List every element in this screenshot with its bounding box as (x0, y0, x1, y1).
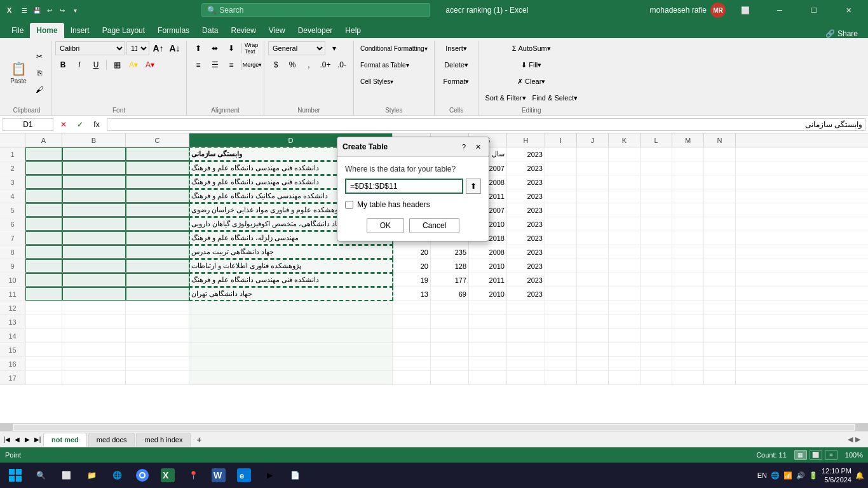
cell-N6[interactable] (704, 217, 736, 231)
insert-cells-button[interactable]: Insert▾ (440, 41, 472, 56)
row-number[interactable]: 9 (0, 259, 25, 273)
cell-I15[interactable] (545, 343, 577, 356)
volume-icon[interactable]: 🔊 (796, 471, 805, 480)
cell-F13[interactable] (431, 315, 469, 329)
cell-C3[interactable] (126, 175, 189, 189)
align-right-button[interactable]: ≡ (224, 57, 239, 72)
cell-F15[interactable] (431, 343, 469, 356)
cell-K13[interactable] (609, 315, 641, 329)
horizontal-scrollbar[interactable] (0, 423, 868, 431)
insert-function-button[interactable]: fx (89, 117, 104, 132)
format-cells-button[interactable]: Format▾ (438, 74, 475, 89)
border-button[interactable]: ▦ (109, 57, 125, 72)
row-number[interactable]: 4 (0, 189, 25, 203)
cell-E13[interactable] (393, 315, 431, 329)
close-button[interactable]: ✕ (834, 0, 863, 20)
network-icon[interactable]: 📶 (783, 471, 792, 480)
file-explorer-icon[interactable]: 📁 (80, 464, 103, 487)
search-box[interactable]: 🔍 Search (201, 3, 430, 17)
cell-M5[interactable] (672, 203, 704, 217)
cell-M10[interactable] (672, 273, 704, 287)
media-player-icon[interactable]: ▶ (258, 464, 281, 487)
cell-C10[interactable] (126, 273, 189, 287)
cell-I9[interactable] (545, 259, 577, 273)
cell-A11[interactable] (25, 287, 62, 301)
cell-H1[interactable]: 2023 (507, 147, 545, 161)
keyboard-indicator[interactable]: EN (757, 471, 767, 479)
cell-L16[interactable] (641, 357, 672, 370)
cell-I8[interactable] (545, 245, 577, 259)
col-header-L[interactable]: L (641, 133, 672, 147)
cell-N14[interactable] (704, 329, 736, 342)
cell-N3[interactable] (704, 175, 736, 189)
cell-C11[interactable] (126, 287, 189, 301)
quick-access-grid-icon[interactable]: ☰ (19, 5, 29, 15)
cell-B15[interactable] (62, 343, 126, 356)
percent-button[interactable]: % (285, 57, 300, 72)
cell-M15[interactable] (672, 343, 704, 356)
normal-view-button[interactable]: ▦ (794, 450, 807, 460)
page-layout-view-button[interactable]: ⬜ (810, 450, 822, 460)
sheet-tab-med-h-index[interactable]: med h index (136, 433, 191, 447)
cell-F8[interactable]: 235 (431, 245, 469, 259)
customize-quick-access-icon[interactable]: ▾ (70, 5, 80, 15)
cell-M11[interactable] (672, 287, 704, 301)
cell-G12[interactable] (469, 301, 507, 315)
cell-J8[interactable] (577, 245, 609, 259)
cell-L17[interactable] (641, 371, 672, 384)
cell-D9[interactable]: پژوهشکده فناوری اطلاعات و ارتباطات (189, 259, 393, 273)
sheet-nav-first[interactable]: |◀ (3, 433, 11, 447)
comma-button[interactable]: , (301, 57, 316, 72)
cell-J2[interactable] (577, 161, 609, 175)
col-header-J[interactable]: J (577, 133, 609, 147)
cell-N13[interactable] (704, 315, 736, 329)
cell-I16[interactable] (545, 357, 577, 370)
cell-I5[interactable] (545, 203, 577, 217)
cell-E12[interactable] (393, 301, 431, 315)
cell-H4[interactable]: 2023 (507, 189, 545, 203)
find-select-button[interactable]: Find & Select▾ (530, 90, 580, 105)
cell-A5[interactable] (25, 203, 62, 217)
save-icon[interactable]: 💾 (32, 5, 42, 15)
edge-icon[interactable]: 🌐 (105, 464, 128, 487)
align-middle-button[interactable]: ⬌ (207, 41, 222, 56)
cell-B12[interactable] (62, 301, 126, 315)
cell-A15[interactable] (25, 343, 62, 356)
cell-H2[interactable]: 2023 (507, 161, 545, 175)
cell-A13[interactable] (25, 315, 62, 329)
cell-J16[interactable] (577, 357, 609, 370)
bold-button[interactable]: B (55, 57, 71, 72)
edge-taskbar-icon[interactable]: e (233, 464, 255, 487)
cell-H3[interactable]: 2023 (507, 175, 545, 189)
cell-H8[interactable]: 2023 (507, 245, 545, 259)
fill-button[interactable]: ⬇ Fill▾ (519, 57, 544, 72)
col-header-C[interactable]: C (126, 133, 189, 147)
cell-N16[interactable] (704, 357, 736, 370)
font-color-button[interactable]: A▾ (142, 57, 158, 72)
cell-I7[interactable] (545, 231, 577, 245)
cell-L14[interactable] (641, 329, 672, 342)
cell-A7[interactable] (25, 231, 62, 245)
cell-H9[interactable]: 2023 (507, 259, 545, 273)
align-top-button[interactable]: ⬆ (191, 41, 206, 56)
cell-J14[interactable] (577, 329, 609, 342)
row-number[interactable]: 5 (0, 203, 25, 217)
has-headers-checkbox[interactable] (345, 201, 353, 209)
sheet-right-arrow[interactable]: ▶ (855, 435, 860, 444)
cell-A1[interactable] (25, 147, 62, 161)
cell-H11[interactable]: 2023 (507, 287, 545, 301)
cell-A14[interactable] (25, 329, 62, 342)
cell-L8[interactable] (641, 245, 672, 259)
align-left-button[interactable]: ≡ (191, 57, 206, 72)
cell-C1[interactable] (126, 147, 189, 161)
cell-styles-button[interactable]: Cell Styles▾ (358, 74, 396, 89)
tab-home[interactable]: Home (30, 23, 64, 38)
cell-M12[interactable] (672, 301, 704, 315)
row-number[interactable]: 16 (0, 357, 25, 370)
cell-I14[interactable] (545, 329, 577, 342)
minimize-button[interactable]: ─ (765, 0, 794, 20)
cell-D12[interactable] (189, 301, 393, 315)
cell-N10[interactable] (704, 273, 736, 287)
cell-L2[interactable] (641, 161, 672, 175)
tab-formulas[interactable]: Formulas (151, 23, 196, 38)
